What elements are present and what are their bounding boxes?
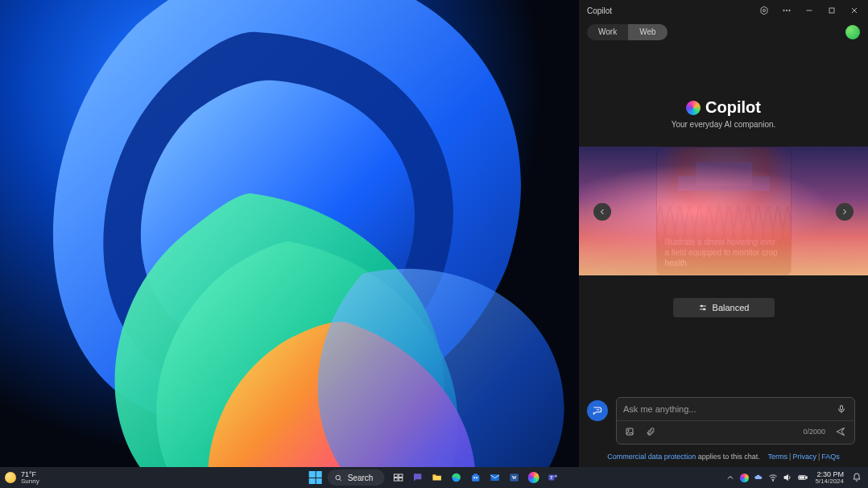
svg-point-5 [789,10,791,11]
tray-onedrive-icon[interactable] [754,473,763,482]
start-button[interactable] [307,469,324,486]
copilot-taskbar-icon[interactable] [524,469,542,486]
copilot-hero: Copilot Your everyday AI companion. [579,98,868,129]
taskbar-system-tray: 2:30 PM 5/14/2024 [725,471,863,485]
taskbar: 71°F Sunny Search [0,467,868,488]
svg-rect-7 [829,8,834,13]
svg-point-11 [701,305,702,307]
svg-point-36 [773,481,774,482]
copilot-footer: Commercial data protection applies to th… [579,453,868,467]
chat-text-field[interactable] [623,404,835,414]
svg-rect-29 [476,477,477,478]
maximize-button[interactable] [823,2,841,19]
svg-point-18 [628,430,630,432]
carousel-next-button[interactable] [836,203,854,221]
image-input-icon[interactable] [623,425,636,438]
svg-point-13 [703,308,705,310]
copilot-titlebar: Copilot [579,0,868,21]
svg-marker-1 [761,6,767,14]
svg-rect-30 [490,474,499,481]
outlook-icon[interactable] [486,469,503,486]
link-data-protection[interactable]: Commercial data protection [607,453,696,461]
bloom-graphic [0,0,628,467]
suggestion-carousel: Illustrate a drone hovering over a field… [579,147,868,275]
clock-date: 5/14/2024 [815,478,844,485]
edge-icon[interactable] [447,469,465,486]
attachment-icon[interactable] [644,425,657,438]
tray-battery-icon[interactable] [797,472,808,483]
svg-rect-21 [394,474,398,478]
copilot-window: Copilot Work Web Copilot [579,0,868,467]
copilot-more-icon[interactable] [778,2,796,19]
tray-volume-icon[interactable] [783,473,792,482]
new-topic-button[interactable] [587,400,608,421]
svg-rect-17 [626,428,633,435]
microphone-icon[interactable] [835,403,848,416]
taskbar-weather-widget[interactable]: 71°F Sunny [5,471,101,485]
taskbar-center: Search W [307,469,562,486]
svg-rect-26 [472,475,479,482]
svg-point-34 [554,475,557,478]
taskbar-clock[interactable]: 2:30 PM 5/14/2024 [815,471,844,485]
tray-network-icon[interactable] [768,473,778,482]
taskbar-search[interactable]: Search [328,469,385,486]
char-count: 0/2000 [803,428,825,436]
tab-web[interactable]: Web [628,24,667,40]
copilot-scope-tabs: Work Web [579,21,868,45]
tab-work[interactable]: Work [587,24,628,40]
svg-rect-23 [394,478,398,482]
conversation-style-button[interactable]: Balanced [673,298,775,317]
tray-overflow-icon[interactable] [725,473,735,482]
copilot-window-title: Copilot [587,6,750,15]
weather-icon [5,472,16,483]
copilot-logo-icon [686,101,701,115]
user-avatar[interactable] [845,25,860,39]
minimize-button[interactable] [800,2,818,19]
sliders-icon [698,303,708,312]
file-explorer-icon[interactable] [428,469,445,486]
link-terms[interactable]: Terms [768,453,788,461]
link-faqs[interactable]: FAQs [821,453,840,461]
svg-rect-38 [806,477,807,478]
svg-text:W: W [511,475,516,480]
chat-app-icon[interactable] [408,469,426,486]
copilot-tagline: Your everyday AI companion. [579,120,868,129]
footer-text-trail: applies to this chat. [696,453,760,461]
copilot-logo-text: Copilot [705,98,761,117]
link-privacy[interactable]: Privacy [792,453,816,461]
close-button[interactable] [845,2,863,19]
svg-rect-27 [473,474,477,475]
svg-line-20 [340,479,341,481]
weather-cond: Sunny [21,478,39,485]
svg-point-3 [783,10,785,11]
conversation-style-label: Balanced [713,303,750,312]
svg-rect-15 [841,406,843,411]
tray-copilot-icon[interactable] [740,474,749,482]
chat-input-area: 0/2000 [579,397,868,453]
taskview-icon[interactable] [389,469,407,486]
carousel-prev-button[interactable] [593,203,611,221]
word-icon[interactable]: W [505,469,523,486]
store-icon[interactable] [466,469,484,486]
svg-point-2 [763,10,766,12]
scope-segmented-control: Work Web [587,24,668,40]
copilot-settings-icon[interactable] [755,2,773,19]
notifications-icon[interactable] [850,471,863,484]
svg-point-4 [786,10,787,11]
taskbar-search-label: Search [348,474,374,482]
send-button[interactable] [833,424,848,439]
svg-rect-28 [473,477,475,478]
svg-rect-22 [399,474,403,478]
svg-rect-39 [800,477,804,478]
svg-rect-24 [399,478,403,482]
chat-input[interactable]: 0/2000 [616,397,855,445]
svg-point-19 [336,475,341,480]
teams-icon[interactable]: T [544,469,561,486]
search-icon [334,474,343,482]
